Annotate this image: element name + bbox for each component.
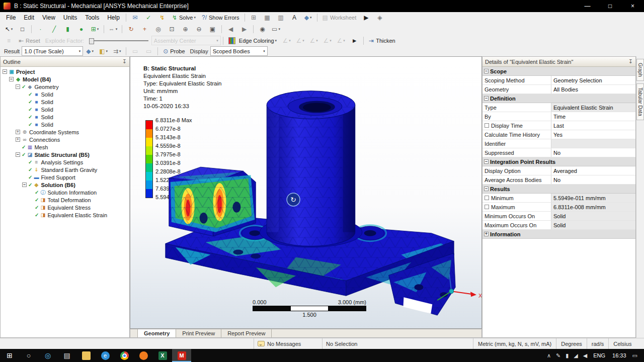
show-errors-button[interactable]: ?/ Show Errors xyxy=(199,13,242,23)
explode-factor-slider[interactable] xyxy=(89,37,148,44)
side-tab-tabular-data[interactable]: Tabular Data xyxy=(636,83,644,120)
details-category-results[interactable]: −Results xyxy=(482,185,635,194)
slider-thumb[interactable] xyxy=(89,38,94,44)
detail-value[interactable]: Equivalent Elastic Strain xyxy=(551,103,635,112)
apply-icon[interactable]: ✓ xyxy=(142,13,155,23)
box-select-icon[interactable]: □ xyxy=(16,24,29,35)
contour-display-icon[interactable]: ◧▾ xyxy=(97,46,110,56)
detail-value[interactable]: All Bodies xyxy=(551,85,635,94)
chrome-browser-button[interactable] xyxy=(115,349,134,362)
menu-edit[interactable]: Edit xyxy=(20,13,38,22)
maximize-button[interactable]: □ xyxy=(599,0,621,12)
detail-value[interactable]: Last xyxy=(551,121,635,130)
detail-value[interactable]: Time xyxy=(551,112,635,121)
probe-button[interactable]: ⊙ Probe xyxy=(160,46,187,56)
geometry-display-icon[interactable]: ◆▾ xyxy=(84,46,96,56)
tree-item-solution-b6[interactable]: −✓◆Solution (B6) xyxy=(1,181,129,189)
tray-network-icon[interactable]: ◢ xyxy=(574,352,578,359)
details-category-definition[interactable]: −Definition xyxy=(482,94,635,103)
tree-item-solid[interactable]: ✓■Solid xyxy=(1,113,129,121)
expand-icon[interactable]: + xyxy=(16,130,20,134)
next-view-icon[interactable]: ▶ xyxy=(238,24,251,35)
tree-item-equivalent-stress[interactable]: ✓◨Equivalent Stress xyxy=(1,204,129,211)
details-category-integration-point-results[interactable]: −Integration Point Results xyxy=(482,157,635,166)
scoped-bodies-select[interactable]: Scoped Bodies ▾ xyxy=(210,46,268,56)
tree-item-static-structural-b5[interactable]: −✓◪Static Structural (B5) xyxy=(1,151,129,158)
solve-button[interactable]: ↯ Solve ▾ xyxy=(170,13,198,23)
pan-view-icon[interactable]: + xyxy=(138,24,151,35)
detail-value[interactable]: Averaged xyxy=(551,166,635,175)
select-pointer-icon[interactable]: ↖▾ xyxy=(3,24,15,35)
menu-view[interactable]: View xyxy=(38,13,59,22)
vector-display-icon[interactable]: ⇉▾ xyxy=(111,46,123,56)
generate-icon[interactable]: ↯ xyxy=(156,13,169,23)
start-button[interactable]: ⊞ xyxy=(0,349,19,362)
interference-icon[interactable]: ⊞ xyxy=(248,13,260,23)
collapse-icon[interactable]: − xyxy=(484,159,489,164)
checkbox[interactable] xyxy=(485,196,489,200)
collapse-icon[interactable]: − xyxy=(9,77,14,81)
notification-center-icon[interactable]: ▭ xyxy=(632,352,637,359)
tree-item-solution-information[interactable]: ✓ⓘSolution Information xyxy=(1,189,129,196)
extend-selection-icon[interactable]: ⇔▾ xyxy=(107,24,119,35)
detail-value[interactable]: No xyxy=(551,175,635,184)
messages-status[interactable]: No Messages xyxy=(254,338,323,349)
selection-info-icon[interactable]: ▶ xyxy=(360,13,372,23)
collapse-icon[interactable]: − xyxy=(16,152,20,157)
detail-value[interactable]: Solid xyxy=(551,212,635,220)
grid-icon[interactable]: ▦ xyxy=(261,13,274,23)
detail-value[interactable] xyxy=(551,139,635,148)
tree-item-fixed-support[interactable]: ✓▬Fixed Support xyxy=(1,173,129,181)
tree-item-solid[interactable]: ✓■Solid xyxy=(1,98,129,106)
detail-value[interactable]: Yes xyxy=(551,130,635,139)
tree-item-solid[interactable]: ✓■Solid xyxy=(1,106,129,113)
zoom-view-icon[interactable]: ◎ xyxy=(152,24,165,35)
tree-item-connections[interactable]: +∞Connections xyxy=(1,136,129,143)
menu-tools[interactable]: Tools xyxy=(81,13,103,22)
checkbox[interactable] xyxy=(485,205,489,209)
collapse-icon[interactable]: − xyxy=(3,69,7,74)
collapse-icon[interactable]: − xyxy=(484,187,489,191)
details-category-scope[interactable]: −Scope xyxy=(482,67,635,76)
tab-geometry[interactable]: Geometry xyxy=(137,329,176,337)
filter-edge-icon[interactable]: ╱ xyxy=(48,24,60,35)
menu-help[interactable]: Help xyxy=(103,13,124,22)
prev-view-icon[interactable]: ◀ xyxy=(224,24,237,35)
side-tab-graph[interactable]: Graph xyxy=(636,59,644,81)
filter-vertex-icon[interactable]: ∙ xyxy=(34,24,47,35)
task-view-button[interactable]: ▤ xyxy=(57,349,76,362)
menu-file[interactable]: File xyxy=(2,13,20,22)
iso-view-icon[interactable]: ◆▾ xyxy=(302,13,314,23)
temperature-indicator[interactable]: Celsius xyxy=(609,338,636,349)
tree-item-equivalent-elastic-strain[interactable]: ✓◨Equivalent Elastic Strain xyxy=(1,211,129,219)
angular-velocity-indicator[interactable]: rad/s xyxy=(587,338,609,349)
tree-item-solid[interactable]: ✓■Solid xyxy=(1,121,129,128)
filter-face-icon[interactable]: ▮ xyxy=(61,24,74,35)
angle-indicator[interactable]: Degrees xyxy=(556,338,587,349)
collapse-icon[interactable]: − xyxy=(484,96,489,101)
zoom-box-icon[interactable]: ⊡ xyxy=(166,24,178,35)
tab-print-preview[interactable]: Print Preview xyxy=(176,329,221,337)
close-button[interactable]: × xyxy=(621,0,644,12)
detail-value[interactable]: Solid xyxy=(551,221,635,229)
annotation-font-icon[interactable]: A xyxy=(288,13,301,23)
thicken-button[interactable]: ⇥ Thicken xyxy=(366,35,398,46)
expand-icon[interactable]: + xyxy=(16,137,20,142)
excel-button[interactable]: X xyxy=(153,349,172,362)
edge-coloring-button[interactable]: Edge Coloring ▾ xyxy=(226,35,279,46)
minimize-button[interactable]: — xyxy=(576,0,599,12)
new-object-icon[interactable]: ✉ xyxy=(129,13,141,23)
checkbox[interactable] xyxy=(485,123,489,128)
tray-expand-icon[interactable]: ∧ xyxy=(547,352,551,359)
zoom-in-icon[interactable]: ⊕ xyxy=(179,24,192,35)
collapse-icon[interactable]: − xyxy=(484,69,489,73)
zoom-out-icon[interactable]: ⊖ xyxy=(193,24,205,35)
tabular-icon[interactable]: ▥ xyxy=(275,13,287,23)
tree-item-total-deformation[interactable]: ✓◨Total Deformation xyxy=(1,196,129,204)
tree-item-geometry[interactable]: −✓◆Geometry xyxy=(1,83,129,90)
detail-value[interactable]: 6.8311e-008 mm/mm xyxy=(551,203,635,211)
detail-value[interactable]: No xyxy=(551,148,635,157)
tree-item-standard-earth-gravity[interactable]: ✓⇓Standard Earth Gravity xyxy=(1,166,129,173)
result-scale-select[interactable]: 1.0 (True Scale) ▾ xyxy=(22,46,83,56)
look-at-face-icon[interactable]: ◉ xyxy=(256,24,269,35)
